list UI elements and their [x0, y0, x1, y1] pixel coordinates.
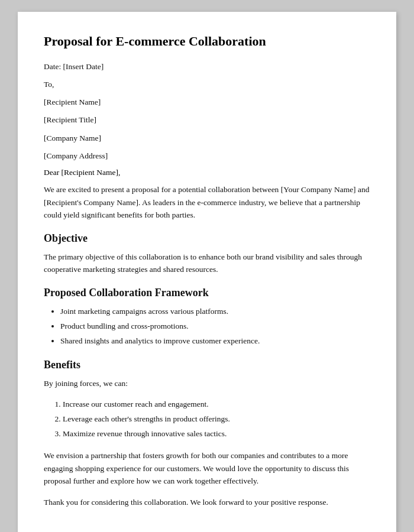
recipient-name: [Recipient Name]: [44, 96, 370, 108]
objective-paragraph: The primary objective of this collaborat…: [44, 251, 370, 276]
list-item: Shared insights and analytics to improve…: [60, 335, 370, 348]
section-heading-objective: Objective: [44, 232, 370, 245]
document-container: Proposal for E-commerce Collaboration Da…: [18, 12, 396, 532]
benefits-intro: By joining forces, we can:: [44, 377, 370, 390]
recipient-title: [Recipient Title]: [44, 114, 370, 126]
date-line: Date: [Insert Date]: [44, 61, 370, 73]
section-heading-framework: Proposed Collaboration Framework: [44, 287, 370, 299]
section-heading-benefits: Benefits: [44, 359, 370, 371]
document-title: Proposal for E-commerce Collaboration: [44, 33, 370, 50]
company-address: [Company Address]: [44, 150, 370, 162]
company-name: [Company Name]: [44, 132, 370, 144]
list-item: Joint marketing campaigns across various…: [60, 305, 370, 319]
list-item: Leverage each other's strengths in produ…: [63, 413, 370, 426]
intro-paragraph: We are excited to present a proposal for…: [44, 183, 370, 222]
framework-bullet-list: Joint marketing campaigns across various…: [60, 305, 370, 348]
list-item: Increase our customer reach and engageme…: [63, 398, 370, 411]
list-item: Product bundling and cross-promotions.: [60, 320, 370, 333]
closing-paragraph-1: We envision a partnership that fosters g…: [44, 449, 370, 488]
list-item: Maximize revenue through innovative sale…: [63, 427, 370, 441]
to-line: To,: [44, 79, 370, 90]
benefits-ordered-list: Increase our customer reach and engageme…: [63, 398, 370, 441]
closing-paragraph-2: Thank you for considering this collabora…: [44, 496, 370, 509]
salutation: Dear [Recipient Name],: [44, 168, 370, 177]
